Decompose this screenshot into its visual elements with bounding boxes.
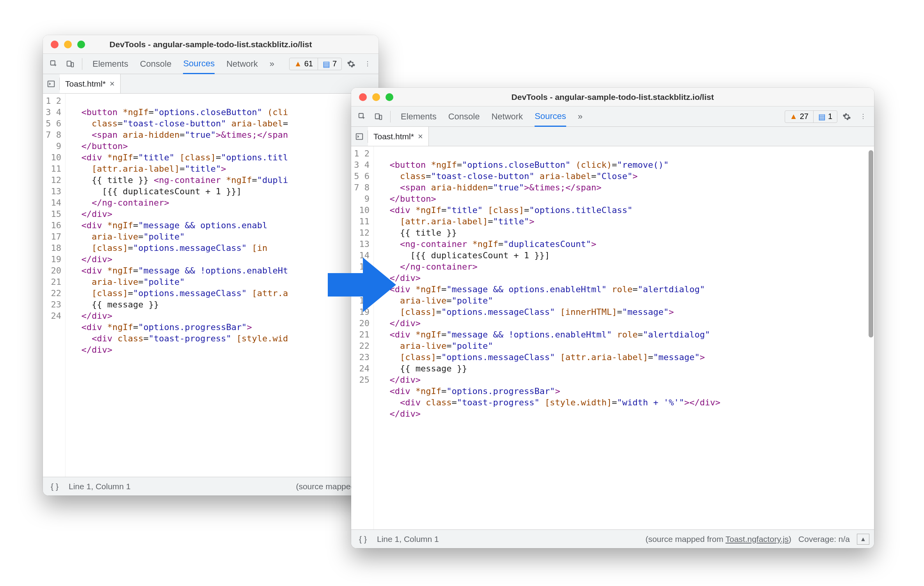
svg-rect-0 [51, 60, 55, 65]
cursor-position: Line 1, Column 1 [377, 535, 439, 544]
file-tab-label: Toast.html* [65, 79, 106, 89]
titlebar: DevTools - angular-sample-todo-list.stac… [43, 35, 378, 54]
warning-icon: ▲ [790, 112, 798, 121]
svg-rect-1 [67, 61, 71, 66]
minimize-window-button[interactable] [372, 93, 380, 101]
zoom-window-button[interactable] [77, 41, 85, 48]
cursor-position: Line 1, Column 1 [69, 482, 131, 491]
source-mapped-label: (source mapped from Toast.ngfactory.js) [645, 535, 791, 544]
close-tab-icon[interactable]: × [110, 79, 115, 89]
warning-icon: ▲ [294, 59, 302, 68]
statusbar: { } Line 1, Column 1 (source mapped from [43, 477, 378, 495]
svg-rect-2 [71, 62, 74, 67]
devtools-window-left: DevTools - angular-sample-todo-list.stac… [43, 35, 378, 495]
devtools-window-right: DevTools - angular-sample-todo-list.stac… [351, 88, 874, 548]
svg-rect-7 [356, 133, 363, 139]
tabs-overflow[interactable]: » [578, 107, 583, 126]
code-editor[interactable]: 1 2 3 4 5 6 7 8 9 10 11 12 13 14 15 16 1… [43, 94, 378, 477]
file-tab[interactable]: Toast.html* × [60, 74, 121, 93]
devtools-toolbar: Elements Console Sources Network » ▲61 ▤… [43, 54, 378, 74]
navigator-toggle-icon[interactable] [43, 77, 59, 91]
close-tab-icon[interactable]: × [418, 131, 423, 142]
tab-elements[interactable]: Elements [92, 54, 128, 74]
svg-rect-3 [48, 81, 55, 87]
close-window-button[interactable] [51, 41, 59, 48]
tab-console[interactable]: Console [140, 54, 172, 74]
window-title: DevTools - angular-sample-todo-list.stac… [351, 92, 874, 102]
scrollbar-thumb[interactable] [869, 150, 873, 337]
svg-rect-5 [375, 114, 379, 119]
pretty-print-icon[interactable]: { } [48, 479, 62, 494]
tab-sources[interactable]: Sources [183, 54, 215, 74]
inspect-icon[interactable] [355, 110, 369, 124]
device-toolbar-icon[interactable] [371, 110, 386, 124]
zoom-window-button[interactable] [386, 93, 393, 101]
file-tab-label: Toast.html* [373, 132, 414, 141]
settings-icon[interactable] [840, 110, 854, 124]
tab-elements[interactable]: Elements [401, 107, 437, 126]
kebab-menu-icon[interactable]: ⋮ [856, 110, 870, 124]
panel-tabs: Elements Console Sources Network » [87, 54, 280, 74]
message-icon: ▤ [818, 112, 826, 121]
warning-count: 27 [800, 112, 808, 121]
navigator-toggle-icon[interactable] [351, 130, 368, 144]
minimize-window-button[interactable] [64, 41, 72, 48]
warning-count: 61 [304, 59, 313, 68]
coverage-label: Coverage: n/a [798, 535, 850, 544]
line-gutter: 1 2 3 4 5 6 7 8 9 10 11 12 13 14 15 16 1… [351, 146, 374, 529]
panel-tabs: Elements Console Network Sources » [395, 107, 588, 126]
file-tab-row: Toast.html* × [351, 127, 874, 146]
line-gutter: 1 2 3 4 5 6 7 8 9 10 11 12 13 14 15 16 1… [43, 94, 66, 477]
drawer-toggle-icon[interactable]: ▲ [857, 534, 869, 545]
tab-console[interactable]: Console [448, 107, 480, 126]
window-title: DevTools - angular-sample-todo-list.stac… [43, 40, 378, 49]
file-tab-row: Toast.html* × [43, 74, 378, 94]
code-content[interactable]: <button *ngIf="options.closeButton" (cli… [66, 94, 378, 477]
tab-network[interactable]: Network [491, 107, 523, 126]
message-count: 1 [828, 112, 832, 121]
device-toolbar-icon[interactable] [63, 57, 77, 71]
issues-pill[interactable]: ▲27 ▤1 [785, 110, 837, 123]
source-map-link[interactable]: Toast.ngfactory.js [725, 535, 789, 543]
close-window-button[interactable] [359, 93, 367, 101]
message-count: 7 [332, 59, 337, 68]
issues-pill[interactable]: ▲61 ▤7 [289, 58, 342, 70]
code-editor[interactable]: 1 2 3 4 5 6 7 8 9 10 11 12 13 14 15 16 1… [351, 146, 874, 529]
statusbar: { } Line 1, Column 1 (source mapped from… [351, 529, 874, 548]
devtools-toolbar: Elements Console Network Sources » ▲27 ▤… [351, 107, 874, 127]
message-icon: ▤ [323, 59, 330, 69]
code-content[interactable]: <button *ngIf="options.closeButton" (cli… [374, 146, 874, 529]
kebab-menu-icon[interactable]: ⋮ [361, 57, 375, 71]
titlebar: DevTools - angular-sample-todo-list.stac… [351, 88, 874, 107]
tab-network[interactable]: Network [226, 54, 258, 74]
svg-rect-6 [380, 115, 382, 119]
tab-sources[interactable]: Sources [535, 107, 566, 127]
file-tab[interactable]: Toast.html* × [368, 127, 429, 146]
svg-rect-4 [359, 113, 363, 117]
pretty-print-icon[interactable]: { } [356, 532, 370, 546]
settings-icon[interactable] [344, 57, 358, 71]
inspect-icon[interactable] [47, 57, 61, 71]
tabs-overflow[interactable]: » [270, 54, 274, 74]
